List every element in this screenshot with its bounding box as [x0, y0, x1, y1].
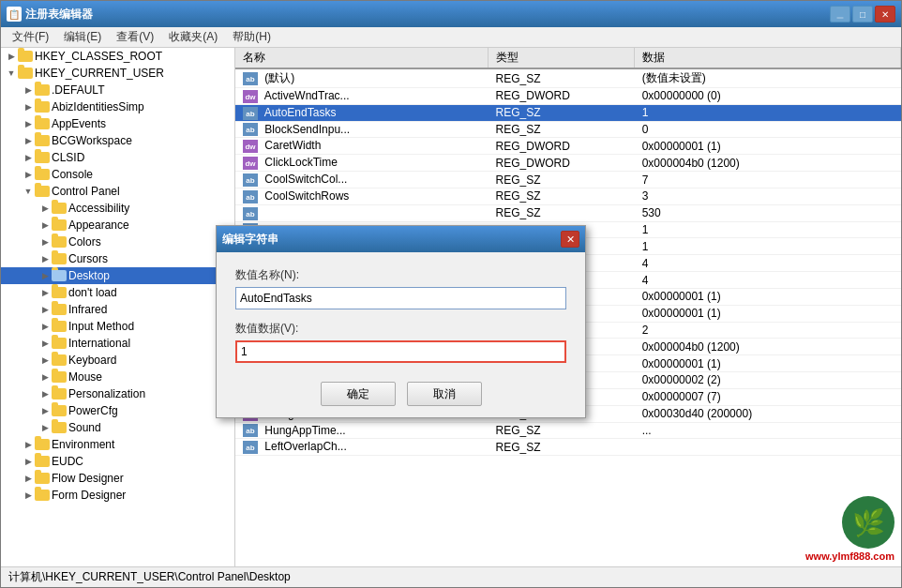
tree-node-inputmethod[interactable]: ▶ Input Method [1, 318, 235, 335]
tree-node-infrared[interactable]: ▶ Infrared [1, 301, 235, 318]
tree-node-default[interactable]: ▶ .DEFAULT [1, 82, 235, 98]
expand-icon-environment[interactable]: ▶ [22, 438, 35, 451]
folder-icon-console [35, 167, 50, 182]
tree-node-console[interactable]: ▶ Console [1, 166, 235, 183]
close-button[interactable]: ✕ [875, 6, 895, 23]
tree-node-environment[interactable]: ▶ Environment [1, 436, 235, 453]
tree-node-flowdesigner[interactable]: ▶ Flow Designer [1, 470, 235, 487]
expand-icon-inputmethod[interactable]: ▶ [38, 320, 52, 333]
table-row[interactable]: ab REG_SZ 530 [235, 204, 901, 221]
tree-node-hkcr[interactable]: ▶ HKEY_CLASSES_ROOT [1, 48, 235, 65]
expand-icon-dontload[interactable]: ▶ [38, 286, 52, 299]
menu-file[interactable]: 文件(F) [5, 27, 56, 47]
dialog-ok-button[interactable]: 确定 [321, 382, 396, 406]
col-header-name[interactable]: 名称 [235, 48, 489, 68]
tree-node-formdesigner[interactable]: ▶ Form Designer [1, 487, 235, 504]
minimize-button[interactable]: ＿ [830, 6, 850, 23]
reg-name: CoolSwitchRows [264, 189, 349, 203]
col-header-type[interactable]: 类型 [489, 48, 635, 68]
menu-edit[interactable]: 编辑(E) [56, 27, 109, 47]
expand-icon-mouse[interactable]: ▶ [38, 370, 52, 384]
tree-node-mouse[interactable]: ▶ Mouse [1, 369, 235, 385]
expand-icon-formdesigner[interactable]: ▶ [22, 489, 35, 502]
folder-icon-flowdesigner [35, 471, 50, 486]
dialog-name-input[interactable] [235, 287, 566, 309]
col-header-data[interactable]: 数据 [635, 48, 901, 68]
expand-icon-desktop[interactable]: ▶ [38, 269, 52, 282]
tree-node-abiz[interactable]: ▶ AbizIdentitiesSimp [1, 98, 235, 115]
table-row[interactable]: dw ClickLockTime REG_DWORD 0x000004b0 (1… [235, 155, 901, 172]
tree-pane[interactable]: ▶ HKEY_CLASSES_ROOT ▼ HKEY_CURRENT_USER … [1, 48, 235, 566]
tree-node-eudc[interactable]: ▶ EUDC [1, 453, 235, 470]
reg-name: CaretWidth [264, 139, 321, 152]
tree-node-international[interactable]: ▶ International [1, 335, 235, 352]
table-row[interactable]: ab BlockSendInpu... REG_SZ 0 [235, 121, 901, 138]
dialog-body: 数值名称(N): 数值数据(V): 确定 取消 [217, 252, 585, 417]
expand-icon-keyboard[interactable]: ▶ [38, 354, 52, 367]
tree-label-clsid: CLSID [52, 149, 84, 166]
dialog-cancel-button[interactable]: 取消 [407, 382, 482, 406]
tree-node-accessibility[interactable]: ▶ Accessibility [1, 200, 235, 217]
expand-icon-abiz[interactable]: ▶ [22, 100, 35, 113]
tree-node-appevents[interactable]: ▶ AppEvents [1, 115, 235, 132]
reg-data [635, 439, 901, 456]
reg-data: 1 [635, 221, 901, 238]
expand-icon-international[interactable]: ▶ [38, 337, 52, 350]
expand-icon-eudc[interactable]: ▶ [22, 455, 35, 468]
dialog-data-input[interactable] [235, 340, 566, 363]
tree-node-powercfg[interactable]: ▶ PowerCfg [1, 402, 235, 419]
tree-node-dontload[interactable]: ▶ don't load [1, 284, 235, 301]
reg-name: LeftOverlapCh... [264, 440, 346, 453]
expand-icon-controlpanel[interactable]: ▼ [22, 185, 35, 198]
menu-favorites[interactable]: 收藏夹(A) [161, 27, 225, 47]
expand-icon-powercfg[interactable]: ▶ [38, 404, 52, 417]
reg-type-icon: ab [243, 123, 258, 136]
tree-node-cursors[interactable]: ▶ Cursors [1, 250, 235, 267]
expand-icon-cursors[interactable]: ▶ [38, 252, 52, 265]
menu-help[interactable]: 帮助(H) [225, 27, 278, 47]
expand-icon-personalization[interactable]: ▶ [38, 387, 52, 400]
tree-node-bcg[interactable]: ▶ BCGWorkspace [1, 132, 235, 149]
maximize-button[interactable]: □ [852, 6, 873, 23]
reg-name: AutoEndTasks [264, 106, 337, 119]
tree-label-console: Console [52, 166, 93, 183]
table-row[interactable]: dw ActiveWndTrac... REG_DWORD 0x00000000… [235, 88, 901, 105]
tree-node-personalization[interactable]: ▶ Personalization [1, 385, 235, 402]
expand-icon-appevents[interactable]: ▶ [22, 117, 35, 130]
tree-node-hkcu[interactable]: ▼ HKEY_CURRENT_USER [1, 65, 235, 82]
expand-icon-sound[interactable]: ▶ [38, 421, 52, 434]
expand-icon-infrared[interactable]: ▶ [38, 303, 52, 316]
tree-node-sound[interactable]: ▶ Sound [1, 419, 235, 436]
expand-icon-bcg[interactable]: ▶ [22, 134, 35, 147]
tree-label-appearance: Appearance [68, 217, 129, 234]
reg-type: REG_SZ [489, 439, 635, 456]
expand-icon-flowdesigner[interactable]: ▶ [22, 472, 35, 485]
tree-node-controlpanel[interactable]: ▼ Control Panel [1, 183, 235, 200]
table-row[interactable]: dw CaretWidth REG_DWORD 0x00000001 (1) [235, 138, 901, 155]
tree-node-keyboard[interactable]: ▶ Keyboard [1, 352, 235, 369]
table-row[interactable]: ab LeftOverlapCh... REG_SZ [235, 439, 901, 456]
menu-view[interactable]: 查看(V) [109, 27, 161, 47]
expand-icon-default[interactable]: ▶ [22, 83, 35, 97]
tree-node-desktop[interactable]: ▶ Desktop [1, 267, 235, 284]
table-row[interactable]: ab AutoEndTasks REG_SZ 1 [235, 104, 901, 121]
table-row[interactable]: ab HungAppTime... REG_SZ ... [235, 422, 901, 439]
table-row[interactable]: ab (默认) REG_SZ (数值未设置) [235, 68, 901, 88]
expand-icon-hkcu[interactable]: ▼ [5, 67, 18, 80]
expand-icon-appearance[interactable]: ▶ [38, 219, 52, 232]
reg-type-icon: ab [243, 207, 258, 220]
table-row[interactable]: ab CoolSwitchRows REG_SZ 3 [235, 188, 901, 204]
table-row[interactable]: ab CoolSwitchCol... REG_SZ 7 [235, 172, 901, 188]
folder-icon-desktop [52, 268, 67, 283]
expand-icon-accessibility[interactable]: ▶ [38, 202, 52, 215]
expand-icon-console[interactable]: ▶ [22, 168, 35, 181]
expand-icon-hkcr[interactable]: ▶ [5, 50, 18, 63]
tree-node-clsid[interactable]: ▶ CLSID [1, 149, 235, 166]
dialog-close-button[interactable]: ✕ [561, 231, 579, 248]
reg-data: 0x00000000 (0) [635, 88, 901, 105]
tree-node-appearance[interactable]: ▶ Appearance [1, 217, 235, 234]
tree-label-formdesigner: Form Designer [52, 487, 126, 504]
expand-icon-colors[interactable]: ▶ [38, 235, 52, 249]
tree-node-colors[interactable]: ▶ Colors [1, 234, 235, 250]
expand-icon-clsid[interactable]: ▶ [22, 151, 35, 164]
